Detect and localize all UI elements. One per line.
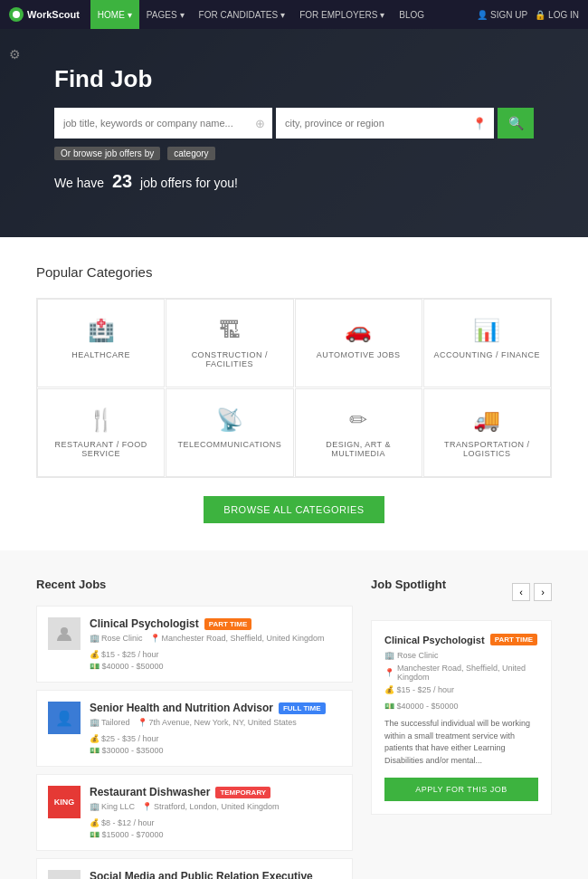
spotlight-title-row: Clinical Psychologist PART TIME <box>384 634 538 645</box>
category-accounting-label: ACCOUNTING / FINANCE <box>433 350 541 359</box>
job-logo <box>48 617 81 650</box>
job-location: 📍 Stratford, London, United Kingdom <box>142 802 280 811</box>
automotive-icon: 🚗 <box>305 318 413 343</box>
job-title-row: Social Media and Public Relation Executi… <box>90 870 341 879</box>
job-info: Senior Health and Nutrition Advisor FULL… <box>90 702 341 755</box>
job-card[interactable]: KING Restaurant Dishwasher TEMPORARY 🏢 K… <box>36 774 353 851</box>
transport-icon: 🚚 <box>433 407 541 433</box>
logo-icon <box>9 7 24 22</box>
category-transport[interactable]: 🚚 TRANSPORTATION / LOGISTICS <box>423 388 551 477</box>
login-button[interactable]: 🔒 LOG IN <box>535 10 579 20</box>
svg-point-1 <box>61 627 68 635</box>
logo-text: WorkScout <box>27 9 80 20</box>
spotlight-card: Clinical Psychologist PART TIME 🏢 Rose C… <box>371 620 552 815</box>
nav-auth: 👤 SIGN UP 🔒 LOG IN <box>477 10 579 20</box>
job-info: Clinical Psychologist PART TIME 🏢 Rose C… <box>90 617 341 671</box>
category-design-label: DESIGN, ART & MULTIMEDIA <box>305 440 413 458</box>
category-accounting[interactable]: 📊 ACCOUNTING / FINANCE <box>423 299 551 387</box>
apply-button[interactable]: APPLY FOR THIS JOB <box>384 778 538 801</box>
accounting-icon: 📊 <box>433 318 541 343</box>
job-title-row: Restaurant Dishwasher TEMPORARY <box>90 786 341 798</box>
nav-blog[interactable]: BLOG <box>392 0 432 29</box>
spotlight-next-button[interactable]: › <box>534 583 552 601</box>
spotlight-badge: PART TIME <box>490 634 538 645</box>
company-name: 🏢 Rose Clinic <box>90 634 143 643</box>
category-telecom-label: TELECOMMUNICATIONS <box>175 440 283 449</box>
category-restaurant-label: RESTAURANT / FOOD SERVICE <box>47 440 155 458</box>
location-search-wrap: 📍 <box>276 108 494 139</box>
recent-jobs-title: Recent Jobs <box>36 578 353 591</box>
spotlight-title: Job Spotlight <box>371 578 446 591</box>
job-location: 📍 Manchester Road, Sheffield, United Kin… <box>150 634 325 643</box>
search-job-icon: ⊕ <box>255 117 265 130</box>
jobs-section: Recent Jobs Clinical Psychologist PART T… <box>0 550 588 879</box>
job-spotlight: Job Spotlight ‹ › Clinical Psychologist … <box>371 578 552 879</box>
job-logo: 👤 <box>48 702 81 734</box>
category-automotive[interactable]: 🚗 AUTOMOTIVE JOBS <box>295 299 422 387</box>
category-telecom[interactable]: 📡 TELECOMMUNICATIONS <box>166 388 293 477</box>
job-meta: 🏢 Rose Clinic 📍 Manchester Road, Sheffie… <box>90 634 341 659</box>
job-card[interactable]: 👤 Senior Health and Nutrition Advisor FU… <box>36 690 353 767</box>
job-logo: KING <box>48 786 81 818</box>
hero-section: ⚙ Find Job ⊕ 📍 🔍 Or browse job offers by… <box>0 29 588 237</box>
location-search-input[interactable] <box>276 108 494 139</box>
nav-pages[interactable]: PAGES ▾ <box>139 0 192 29</box>
category-design[interactable]: ✏ DESIGN, ART & MULTIMEDIA <box>295 388 422 477</box>
job-logo <box>48 870 81 879</box>
category-construction[interactable]: 🏗 CONSTRUCTION / FACILITIES <box>166 299 293 387</box>
job-card[interactable]: Social Media and Public Relation Executi… <box>36 858 353 879</box>
browse-all-button[interactable]: BROWSE ALL CATEGORIES <box>204 496 384 523</box>
job-badge: FULL TIME <box>279 702 326 714</box>
company-name: 🏢 King LLC <box>90 802 135 811</box>
job-salary-annual: 💵 $15000 - $70000 <box>90 830 341 839</box>
location-icon: 📍 <box>472 117 487 130</box>
telecom-icon: 📡 <box>175 407 283 433</box>
category-healthcare[interactable]: 🏥 HEALTHCARE <box>37 299 165 387</box>
svg-point-0 <box>13 11 20 18</box>
design-icon: ✏ <box>305 407 413 433</box>
search-button[interactable]: 🔍 <box>498 108 534 139</box>
category-construction-label: CONSTRUCTION / FACILITIES <box>175 350 283 368</box>
logo[interactable]: WorkScout <box>9 7 80 22</box>
company-name: 🏢 Tailored <box>90 718 130 727</box>
category-restaurant[interactable]: 🍴 RESTAURANT / FOOD SERVICE <box>37 388 165 477</box>
search-bar: ⊕ 📍 🔍 <box>54 108 534 139</box>
spotlight-salary-hourly: 💰 $15 - $25 / hour <box>384 685 538 694</box>
job-meta: 🏢 King LLC 📍 Stratford, London, United K… <box>90 802 341 827</box>
categories-title: Popular Categories <box>36 264 552 280</box>
job-badge: PART TIME <box>204 618 252 630</box>
job-count-text: We have 23 job offers for you! <box>54 171 534 192</box>
nav-employers[interactable]: FOR EMPLOYERS ▾ <box>292 0 392 29</box>
job-title: Restaurant Dishwasher <box>90 786 210 798</box>
job-title: Clinical Psychologist <box>90 617 199 630</box>
job-search-wrap: ⊕ <box>54 108 272 139</box>
construction-icon: 🏗 <box>175 318 283 343</box>
job-card[interactable]: Clinical Psychologist PART TIME 🏢 Rose C… <box>36 606 353 683</box>
categories-section: Popular Categories 🏥 HEALTHCARE 🏗 CONSTR… <box>0 237 588 550</box>
categories-grid: 🏥 HEALTHCARE 🏗 CONSTRUCTION / FACILITIES… <box>36 298 552 478</box>
spotlight-header: Job Spotlight ‹ › <box>371 578 552 606</box>
nav-home[interactable]: HOME ▾ <box>90 0 139 29</box>
job-salary-annual: 💵 $40000 - $50000 <box>90 662 341 671</box>
job-info: Restaurant Dishwasher TEMPORARY 🏢 King L… <box>90 786 341 839</box>
recent-jobs: Recent Jobs Clinical Psychologist PART T… <box>36 578 353 879</box>
navbar: WorkScout HOME ▾ PAGES ▾ FOR CANDIDATES … <box>0 0 588 29</box>
nav-links: HOME ▾ PAGES ▾ FOR CANDIDATES ▾ FOR EMPL… <box>90 0 477 29</box>
job-location: 📍 7th Avenue, New York, NY, United State… <box>138 718 297 727</box>
spotlight-job-title: Clinical Psychologist <box>384 635 485 645</box>
category-link[interactable]: category <box>167 147 214 160</box>
job-salary-hourly: 💰 $8 - $12 / hour <box>90 818 155 827</box>
spotlight-salary-annual: 💵 $40000 - $50000 <box>384 702 538 711</box>
spotlight-prev-button[interactable]: ‹ <box>512 583 530 601</box>
job-count-number: 23 <box>112 171 132 191</box>
hero-content: Find Job ⊕ 📍 🔍 Or browse job offers by c… <box>54 65 534 192</box>
nav-candidates[interactable]: FOR CANDIDATES ▾ <box>192 0 293 29</box>
signup-button[interactable]: 👤 SIGN UP <box>477 10 527 20</box>
spotlight-location: 📍 Manchester Road, Sheffield, United Kin… <box>384 664 538 682</box>
job-search-input[interactable] <box>54 108 272 139</box>
hero-title: Find Job <box>54 65 534 93</box>
job-info: Social Media and Public Relation Executi… <box>90 870 341 879</box>
spotlight-nav: ‹ › <box>512 583 552 601</box>
category-automotive-label: AUTOMOTIVE JOBS <box>305 350 413 359</box>
settings-icon[interactable]: ⚙ <box>9 47 21 62</box>
